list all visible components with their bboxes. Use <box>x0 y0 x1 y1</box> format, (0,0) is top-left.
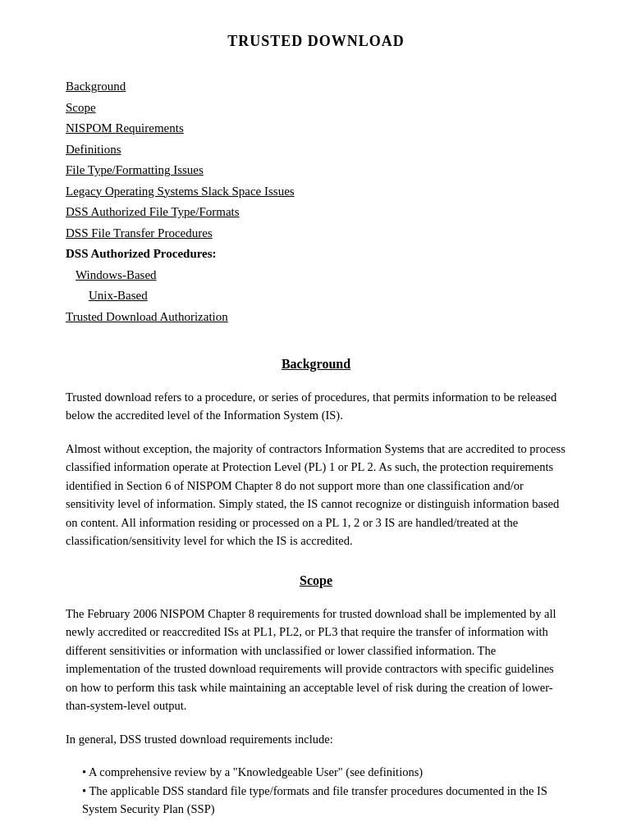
background-para-1: Trusted download refers to a procedure, … <box>66 388 566 425</box>
scope-bullets: • A comprehensive review by a "Knowledge… <box>66 763 566 818</box>
scope-bullet-1: • A comprehensive review by a "Knowledge… <box>82 763 566 781</box>
background-section: Background Trusted download refers to a … <box>66 357 566 550</box>
toc-scope[interactable]: Scope <box>66 98 566 119</box>
toc-unix[interactable]: Unix-Based <box>66 285 566 307</box>
background-para-2: Almost without exception, the majority o… <box>66 440 566 550</box>
toc-file-type[interactable]: File Type/Formatting Issues <box>66 160 566 181</box>
toc-background[interactable]: Background <box>66 76 566 98</box>
toc-nispom[interactable]: NISPOM Requirements <box>66 118 566 139</box>
toc-definitions[interactable]: Definitions <box>66 139 566 161</box>
scope-para-2: In general, DSS trusted download require… <box>66 730 566 748</box>
background-content: Trusted download refers to a procedure, … <box>66 388 566 550</box>
toc-dss-transfer[interactable]: DSS File Transfer Procedures <box>66 223 566 244</box>
scope-para-1: The February 2006 NISPOM Chapter 8 requi… <box>66 605 566 715</box>
scope-heading: Scope <box>66 573 566 588</box>
toc-legacy[interactable]: Legacy Operating Systems Slack Space Iss… <box>66 181 566 203</box>
scope-content: The February 2006 NISPOM Chapter 8 requi… <box>66 605 566 819</box>
toc-dss-authorized-file[interactable]: DSS Authorized File Type/Formats <box>66 202 566 223</box>
toc-windows[interactable]: Windows-Based <box>66 265 566 286</box>
background-heading: Background <box>66 357 566 372</box>
toc-trusted-download-auth[interactable]: Trusted Download Authorization <box>66 307 566 328</box>
toc-dss-authorized-procedures: DSS Authorized Procedures: <box>66 244 566 265</box>
scope-section: Scope The February 2006 NISPOM Chapter 8… <box>66 573 566 819</box>
page-title: TRUSTED DOWNLOAD <box>66 33 566 50</box>
scope-bullet-2: • The applicable DSS standard file type/… <box>82 782 566 819</box>
table-of-contents: Background Scope NISPOM Requirements Def… <box>66 76 566 327</box>
